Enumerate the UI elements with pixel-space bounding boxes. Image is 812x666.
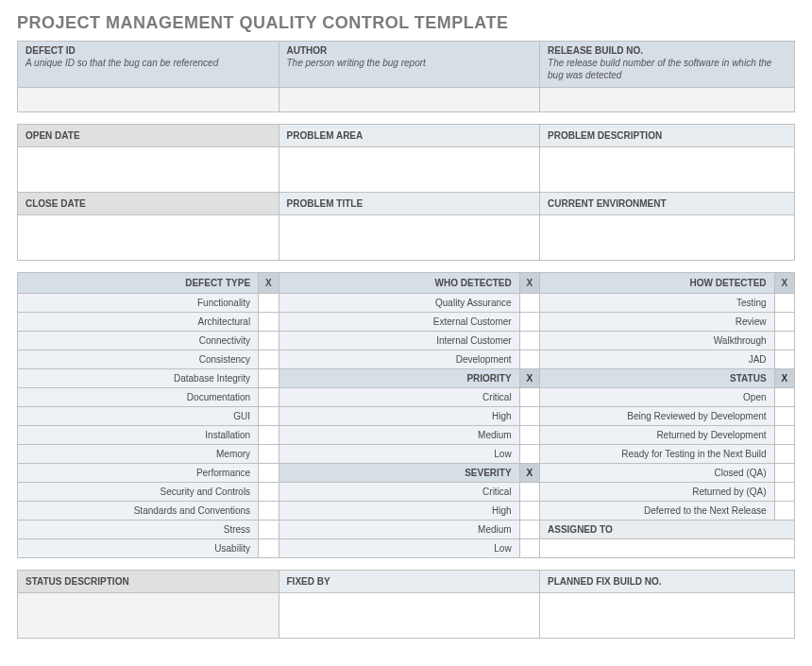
checkbox-cell[interactable] [774,483,794,502]
checkbox-cell[interactable] [519,388,539,407]
list-item: Open [540,388,775,407]
checkbox-cell[interactable] [774,350,794,369]
list-item: Critical [279,483,519,502]
x-header: X [774,369,794,388]
list-item: External Customer [279,313,519,332]
list-item: Stress [18,521,259,539]
priority-header: PRIORITY [279,369,519,388]
list-item: Consistency [18,350,259,369]
problem-area-input[interactable] [279,147,540,193]
fixed-by-input[interactable] [279,593,540,639]
close-date-input[interactable] [18,215,279,261]
list-item: Being Reviewed by Development [540,407,775,426]
checkbox-cell[interactable] [519,521,539,539]
list-item: Architectural [18,313,259,332]
checkbox-cell[interactable] [259,369,279,388]
list-item: Database Integrity [18,369,259,388]
list-item: High [279,502,519,521]
checklist-table: DEFECT TYPE X WHO DETECTED X HOW DETECTE… [17,272,795,558]
checkbox-cell[interactable] [259,388,279,407]
list-item: Critical [279,388,519,407]
checkbox-cell[interactable] [519,332,539,350]
release-input[interactable] [540,88,795,112]
defect-id-header: DEFECT ID A unique ID so that the bug ca… [18,42,279,88]
checkbox-cell[interactable] [259,350,279,369]
status-description-input[interactable] [18,593,279,639]
defect-id-input[interactable] [18,88,279,112]
checkbox-cell[interactable] [774,294,794,313]
defect-id-desc: A unique ID so that the bug can be refer… [25,57,271,69]
list-item: Development [279,350,519,369]
checkbox-cell[interactable] [259,332,279,350]
checkbox-cell[interactable] [774,502,794,521]
checkbox-cell[interactable] [519,407,539,426]
list-item: GUI [18,407,259,426]
bottom-table: STATUS DESCRIPTION FIXED BY PLANNED FIX … [17,570,795,639]
list-item: Testing [540,294,775,313]
checkbox-cell[interactable] [774,332,794,350]
list-item: Security and Controls [18,483,259,502]
list-item: Memory [18,445,259,464]
list-item: JAD [540,350,775,369]
checkbox-cell[interactable] [259,483,279,502]
checkbox-cell[interactable] [774,445,794,464]
problem-description-label: PROBLEM DESCRIPTION [540,125,795,147]
x-header: X [519,464,539,483]
list-item: Returned by Development [540,426,775,445]
list-item: Walkthrough [540,332,775,350]
checkbox-cell[interactable] [259,539,279,558]
top-header-table: DEFECT ID A unique ID so that the bug ca… [17,41,795,112]
list-item: Standards and Conventions [18,502,259,521]
page-title: PROJECT MANAGEMENT QUALITY CONTROL TEMPL… [17,13,795,33]
list-item: Functionality [18,294,259,313]
checkbox-cell[interactable] [259,464,279,483]
how-detected-header: HOW DETECTED [540,273,775,294]
checkbox-cell[interactable] [259,294,279,313]
checkbox-cell[interactable] [774,464,794,483]
who-detected-header: WHO DETECTED [279,273,519,294]
current-environment-input[interactable] [540,215,795,261]
checkbox-cell[interactable] [519,445,539,464]
list-item: Performance [18,464,259,483]
checkbox-cell[interactable] [259,313,279,332]
status-description-label: STATUS DESCRIPTION [18,571,279,593]
checkbox-cell[interactable] [774,388,794,407]
checkbox-cell[interactable] [519,502,539,521]
open-date-input[interactable] [18,147,279,193]
checkbox-cell[interactable] [259,521,279,539]
author-input[interactable] [279,88,540,112]
list-item: Returned by (QA) [540,483,775,502]
list-item: Deferred to the Next Release [540,502,775,521]
release-desc: The release build number of the software… [548,57,787,81]
defect-type-header: DEFECT TYPE [18,273,259,294]
checkbox-cell[interactable] [259,407,279,426]
assigned-to-label: ASSIGNED TO [540,521,795,539]
checkbox-cell[interactable] [519,294,539,313]
checkbox-cell[interactable] [519,483,539,502]
release-header: RELEASE BUILD NO. The release build numb… [540,42,795,88]
assigned-to-input[interactable] [540,539,795,558]
planned-fix-input[interactable] [540,593,795,639]
severity-header: SEVERITY [279,464,519,483]
checkbox-cell[interactable] [519,539,539,558]
planned-fix-label: PLANNED FIX BUILD NO. [540,571,795,593]
checkbox-cell[interactable] [519,426,539,445]
x-header: X [774,273,794,294]
status-header: STATUS [540,369,775,388]
author-label: AUTHOR [287,45,533,56]
x-header: X [519,273,539,294]
checkbox-cell[interactable] [519,313,539,332]
checkbox-cell[interactable] [774,426,794,445]
problem-title-input[interactable] [279,215,540,261]
checkbox-cell[interactable] [774,313,794,332]
checkbox-cell[interactable] [259,426,279,445]
checkbox-cell[interactable] [519,350,539,369]
x-header: X [259,273,279,294]
problem-description-input[interactable] [540,147,795,193]
checkbox-cell[interactable] [774,407,794,426]
checkbox-cell[interactable] [259,445,279,464]
release-label: RELEASE BUILD NO. [548,45,787,56]
checkbox-cell[interactable] [259,502,279,521]
problem-area-label: PROBLEM AREA [279,125,540,147]
list-item: Usability [18,539,259,558]
